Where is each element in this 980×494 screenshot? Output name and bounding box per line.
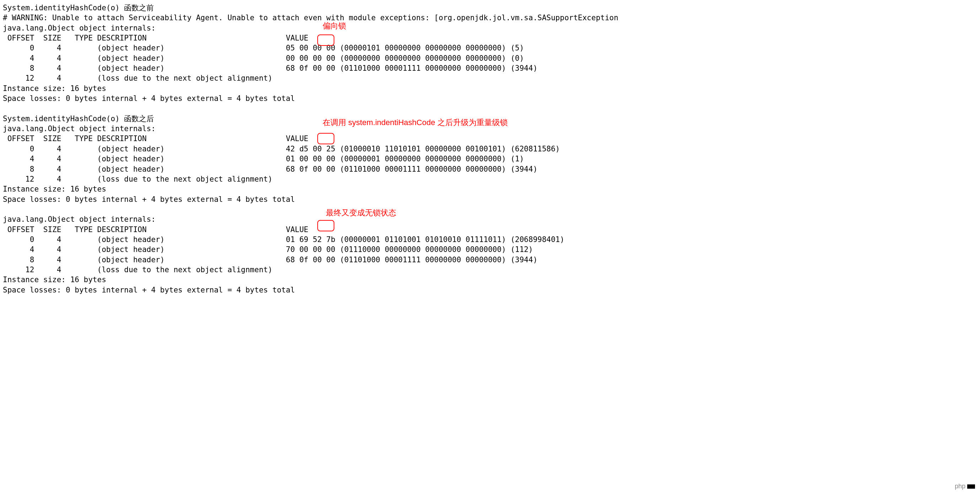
block1-internals: java.lang.Object object internals:: [3, 23, 977, 33]
table-row: 4 4 (object header) 00 00 00 00 (0000000…: [3, 53, 977, 63]
table-row: 0 4 (object header) 05 00 00 00 (0000010…: [3, 43, 977, 53]
block3-header: OFFSET SIZE TYPE DESCRIPTION VALUE: [3, 225, 977, 234]
block3-size: Instance size: 16 bytes: [3, 275, 977, 285]
block2-header: OFFSET SIZE TYPE DESCRIPTION VALUE: [3, 134, 977, 143]
watermark-text: php: [955, 483, 966, 490]
table-row: 8 4 (object header) 68 0f 00 00 (0110100…: [3, 164, 977, 174]
block3-losses: Space losses: 0 bytes internal + 4 bytes…: [3, 285, 977, 295]
table-row: 4 4 (object header) 01 00 00 00 (0000000…: [3, 154, 977, 164]
annotation-heavy-lock: 在调用 system.indentiHashCode 之后升级为重量级锁: [323, 117, 508, 128]
watermark: php: [955, 482, 975, 491]
table-row: 12 4 (loss due to the next object alignm…: [3, 73, 977, 83]
table-row: 4 4 (object header) 70 00 00 00 (0111000…: [3, 244, 977, 255]
block1-header: OFFSET SIZE TYPE DESCRIPTION VALUE: [3, 33, 977, 43]
blank-line: [3, 204, 977, 214]
highlight-box-2: [317, 133, 334, 144]
watermark-icon: [967, 484, 975, 489]
block1-losses: Space losses: 0 bytes internal + 4 bytes…: [3, 94, 977, 104]
blank-line: [3, 104, 977, 113]
highlight-box-1: [317, 35, 334, 46]
block1-warning: # WARNING: Unable to attach Serviceabili…: [3, 13, 977, 23]
annotation-biased-lock: 偏向锁: [323, 21, 346, 31]
highlight-box-3: [317, 220, 334, 231]
table-row: 12 4 (loss due to the next object alignm…: [3, 265, 977, 275]
block1-size: Instance size: 16 bytes: [3, 83, 977, 94]
block1-title: System.identityHashCode(o) 函数之前: [3, 3, 977, 13]
table-row: 0 4 (object header) 01 69 52 7b (0000000…: [3, 234, 977, 244]
block2-size: Instance size: 16 bytes: [3, 184, 977, 194]
table-row: 12 4 (loss due to the next object alignm…: [3, 174, 977, 184]
annotation-no-lock: 最终又变成无锁状态: [326, 207, 396, 218]
block2-losses: Space losses: 0 bytes internal + 4 bytes…: [3, 194, 977, 204]
table-row: 8 4 (object header) 68 0f 00 00 (0110100…: [3, 63, 977, 73]
table-row: 8 4 (object header) 68 0f 00 00 (0110100…: [3, 255, 977, 265]
block3-internals: java.lang.Object object internals:: [3, 214, 977, 224]
table-row: 0 4 (object header) 42 d5 00 25 (0100001…: [3, 144, 977, 154]
